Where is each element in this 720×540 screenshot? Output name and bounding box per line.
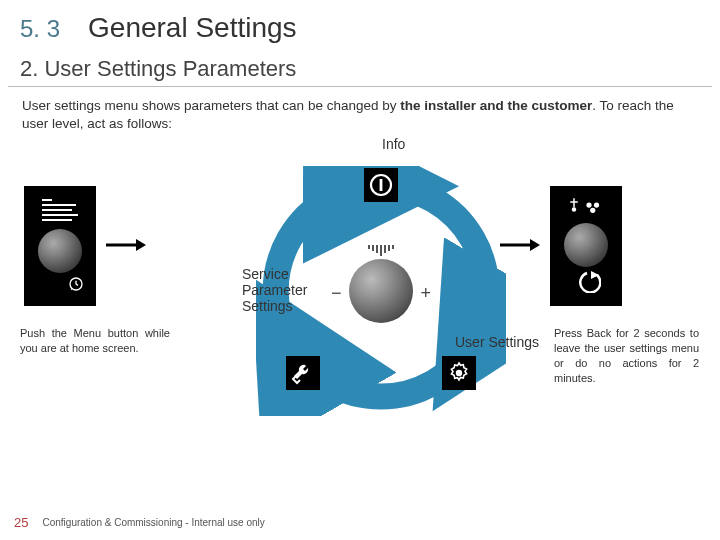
label-user: User Settings xyxy=(455,334,539,350)
page-number: 25 xyxy=(14,515,28,530)
knob-icon xyxy=(349,259,413,323)
label-service: Service Parameter Settings xyxy=(242,266,307,314)
back-screen-panel xyxy=(550,186,622,306)
svg-point-10 xyxy=(594,202,599,207)
svg-point-5 xyxy=(456,370,462,376)
arrow-right-icon xyxy=(500,238,540,252)
info-node-icon xyxy=(364,168,398,202)
clock-icon xyxy=(36,275,84,293)
footer: 25 Configuration & Commissioning - Inter… xyxy=(14,515,265,530)
minus-sign: − xyxy=(331,283,342,304)
list-lines-icon xyxy=(36,199,84,227)
label-service-l3: Settings xyxy=(242,298,307,314)
label-service-l1: Service xyxy=(242,266,307,282)
intro-pre: User settings menu shows parameters that… xyxy=(22,98,396,113)
plus-sign: + xyxy=(420,283,431,304)
sub-header: 2. User Settings Parameters xyxy=(8,50,712,87)
center-dial: − + xyxy=(335,245,427,337)
svg-marker-7 xyxy=(530,239,540,251)
label-service-l2: Parameter xyxy=(242,282,307,298)
user-settings-node-icon xyxy=(442,356,476,390)
caption-left: Push the Menu button while you are at ho… xyxy=(20,326,170,356)
section-title: General Settings xyxy=(88,12,297,44)
intro-text: User settings menu shows parameters that… xyxy=(0,87,720,136)
arrow-right-icon xyxy=(106,238,146,252)
footer-text: Configuration & Commissioning - Internal… xyxy=(42,517,264,528)
home-screen-panel xyxy=(24,186,96,306)
caption-right: Press Back for 2 seconds to leave the us… xyxy=(554,326,699,385)
svg-rect-4 xyxy=(380,179,383,191)
service-node-icon xyxy=(286,356,320,390)
section-number: 5. 3 xyxy=(20,15,60,43)
svg-marker-2 xyxy=(136,239,146,251)
svg-point-9 xyxy=(586,202,591,207)
scale-ticks-icon xyxy=(335,245,427,256)
diagram-area: Info Push the Menu button while you are … xyxy=(20,136,700,456)
intro-bold: the installer and the customer xyxy=(400,98,592,113)
dial-icon xyxy=(38,229,82,273)
back-arrow-icon xyxy=(571,271,601,297)
svg-point-8 xyxy=(572,207,577,212)
dial-icon xyxy=(564,223,608,267)
label-info: Info xyxy=(382,136,405,152)
temperature-icon xyxy=(568,195,604,219)
svg-point-11 xyxy=(590,208,595,213)
